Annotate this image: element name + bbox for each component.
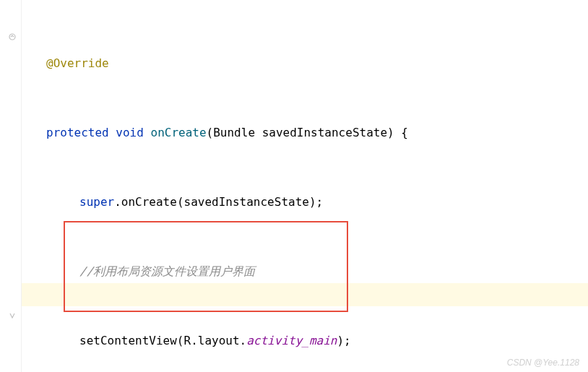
annotation-override: @Override [46,56,109,70]
code-editor[interactable]: @Override protected void onCreate(Bundle… [22,6,408,372]
override-gutter-icon[interactable] [9,33,16,42]
method-call: setContentView [79,334,177,347]
code-line: //利用布局资源文件设置用户界面 [22,260,408,283]
method-name: onCreate [151,126,207,139]
comment: //利用布局资源文件设置用户界面 [79,264,255,278]
fold-gutter-icon[interactable] [9,312,16,321]
watermark: CSDN @Yee.1128 [507,358,579,368]
editor-gutter [0,0,22,372]
param-type: Bundle [213,126,255,139]
method-call: onCreate [121,195,177,209]
brace-open: { [401,126,408,139]
code-line: super.onCreate(savedInstanceState); [22,191,408,214]
param-name: savedInstanceState [262,126,387,139]
code-line: @Override [22,52,408,75]
keyword-super: super [79,195,114,209]
keyword-void: void [116,126,144,139]
resource-ref: activity_main [246,334,337,347]
keyword-protected: protected [46,126,109,139]
code-line: setContentView(R.layout.activity_main); [22,329,408,352]
code-line: protected void onCreate(Bundle savedInst… [22,121,408,144]
